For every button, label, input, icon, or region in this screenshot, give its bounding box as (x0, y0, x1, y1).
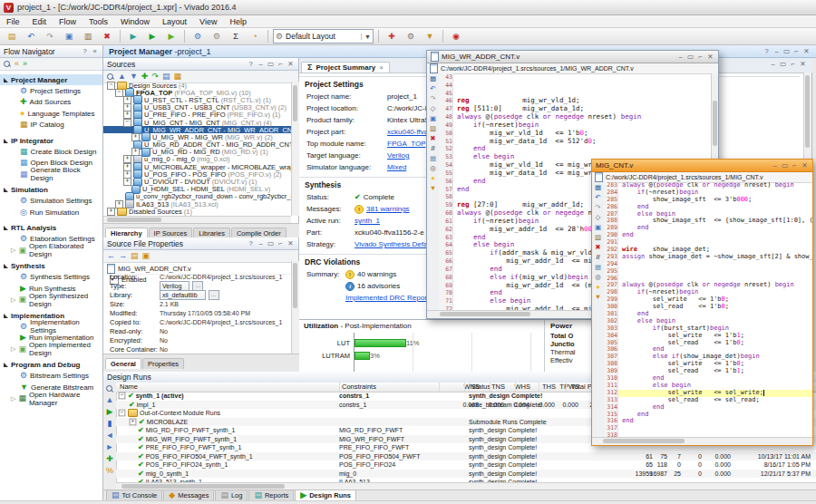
menu-file[interactable]: File (0, 15, 26, 28)
menu-view[interactable]: View (193, 15, 223, 28)
paste-icon[interactable]: ▥ (430, 125, 436, 132)
collapse-panel-icon[interactable]: « (91, 46, 99, 56)
flag-icon[interactable]: ▼ (430, 185, 436, 192)
chevron-down-icon[interactable]: ▼ (361, 34, 371, 40)
property-combo-library[interactable]: xil_defaultlib (160, 290, 206, 300)
menu-edit[interactable]: Edit (26, 15, 53, 28)
maximize-icon[interactable]: ▭ (782, 46, 791, 56)
layout-selector[interactable]: ⚙Default Layout▼ (273, 29, 374, 44)
expander-icon[interactable]: ▷ (11, 395, 15, 402)
menu-layout[interactable]: Layout (156, 15, 193, 28)
design-run-row-pos-fifo-fifo504-fwft-synth-1[interactable]: ✔POS_FIFO_FIFO504_FWFT_synth_1POS_FIFO_F… (116, 452, 816, 461)
copy-icon[interactable]: ▣ (61, 29, 77, 44)
options-icon[interactable]: ▦ (173, 73, 181, 81)
redo-icon[interactable]: ↷ (430, 95, 435, 102)
editor2-horizontal-scrollbar[interactable] (592, 437, 812, 445)
save-icon[interactable]: ▦ (595, 184, 601, 191)
redo-icon[interactable]: ↷ (595, 204, 600, 211)
flag-icon[interactable]: ▼ (595, 294, 601, 301)
tab-design-runs[interactable]: ▶Design Runs (295, 489, 356, 500)
summary-value[interactable]: Implemented DRC Report (345, 294, 429, 302)
marker-icon[interactable]: ✚ (384, 29, 400, 44)
save-icon[interactable]: ▦ (430, 75, 436, 82)
float-icon[interactable]: ⌐ (277, 238, 285, 248)
flow-section-simulation[interactable]: Simulation (0, 185, 102, 196)
expander-icon[interactable]: + (130, 418, 137, 425)
close-icon[interactable]: ✕ (287, 238, 295, 248)
tab-properties[interactable]: Properties (142, 358, 184, 369)
tab-project-summary[interactable]: Σ Project Summary × (301, 62, 390, 73)
undo-icon[interactable]: ↶ (595, 194, 600, 201)
flow-item-run-simulation[interactable]: ◎Run Simulation (0, 207, 102, 218)
delete-icon[interactable]: ✖ (595, 244, 600, 251)
flow-item-ip-catalog[interactable]: ▦IP Catalog (0, 120, 102, 131)
copy-props-icon[interactable]: ▣ (142, 252, 151, 260)
tab-general[interactable]: General (105, 358, 141, 369)
help-icon[interactable]: ? (247, 59, 255, 69)
browse-button[interactable]: … (209, 290, 219, 300)
expander-icon[interactable]: − (123, 119, 131, 127)
maximize-icon[interactable]: ▭ (686, 52, 695, 62)
maximize-icon[interactable]: ▭ (779, 59, 787, 69)
maximize-icon[interactable]: ▭ (267, 238, 275, 248)
close-tab-icon[interactable]: × (379, 63, 384, 72)
layout-gear-icon[interactable]: ⚙ (403, 29, 419, 44)
expander-icon[interactable]: − (119, 393, 126, 400)
summary-value[interactable]: Mixed (387, 163, 406, 171)
expand-selected-icon[interactable]: » (23, 60, 27, 68)
wrench-icon[interactable]: ⚙ (209, 29, 225, 44)
flow-item-project-settings[interactable]: ⚙Project Settings (0, 85, 102, 97)
search-icon[interactable] (107, 73, 114, 81)
undo-icon[interactable]: ↶ (23, 29, 39, 44)
delete-icon[interactable]: ✖ (430, 135, 435, 142)
sfp-vertical-scrollbar[interactable] (291, 261, 299, 354)
tab-log[interactable]: ▤Log (215, 489, 248, 500)
expand-tree-icon[interactable]: ▼ (130, 73, 138, 81)
add-source-icon[interactable]: ✚ (141, 73, 149, 81)
expander-icon[interactable]: − (107, 82, 115, 90)
flow-item-language-templates[interactable]: ●Language Templates (0, 108, 102, 120)
close-icon[interactable]: ✕ (801, 160, 809, 170)
minimize-icon[interactable]: ‒ (771, 160, 779, 170)
float-icon[interactable]: ⌐ (277, 59, 285, 69)
flow-item-simulation-settings[interactable]: ⚙Simulation Settings (0, 196, 102, 208)
float-icon[interactable]: ⌐ (696, 52, 704, 62)
tab-tcl-console[interactable]: ▤Tcl Console (106, 489, 162, 500)
help-icon[interactable]: ? (81, 46, 89, 56)
flow-item-open-synthesized-design[interactable]: ▷▣Open Synthesized Design (0, 295, 102, 306)
edit-props-icon[interactable]: ▤ (131, 252, 139, 260)
flow-section-program-and-debug[interactable]: Program and Debug (0, 360, 102, 371)
minimize-icon[interactable]: ‒ (676, 52, 685, 62)
summary-value[interactable]: FPGA_TOP (387, 140, 426, 148)
flow-section-rtl-analysis[interactable]: RTL Analysis (0, 223, 102, 234)
minimize-icon[interactable]: ‒ (772, 46, 781, 56)
expander-icon[interactable]: ▷ (11, 247, 16, 254)
find-icon[interactable]: ◎ (430, 165, 436, 172)
flow-section-synthesis[interactable]: Synthesis (0, 261, 102, 272)
bulb-icon[interactable]: ● (431, 175, 435, 182)
flow-item-add-sources[interactable]: ✚Add Sources (0, 97, 102, 109)
flow-item-create-block-design[interactable]: ▦Create Block Design (0, 146, 102, 158)
comment-icon[interactable]: // (596, 254, 599, 261)
editor2-title-bar[interactable]: MIG_CNT.v ‒ ▭ ⌐ ✕ (592, 160, 812, 172)
flow-item-open-hardware-manager[interactable]: ▷▦Open Hardware Manager (0, 393, 102, 405)
undo-icon[interactable]: ↶ (430, 85, 435, 92)
editor1-title-bar[interactable]: MIG_WR_ADDR_CNT.v ‒ ▭ ⌐ ✕ (427, 51, 718, 63)
menu-tools[interactable]: Tools (83, 15, 114, 28)
run-block-icon[interactable]: ▶ (163, 29, 180, 44)
flow-section-ip-integrator[interactable]: IP Integrator (0, 135, 102, 146)
redo-icon[interactable]: ↷ (42, 29, 58, 44)
expander-icon[interactable]: + (107, 208, 115, 216)
bulb-icon[interactable]: ● (596, 284, 600, 291)
doc-icon[interactable]: ▤ (162, 73, 170, 81)
percent-icon[interactable]: % (106, 467, 113, 475)
flow-item-implementation-settings[interactable]: ⚙Implementation Settings (0, 321, 102, 333)
design-run-row-pos-fifo-fifo24-synth-1[interactable]: ✔POS_FIFO_FIFO24_synth_1POS_FIFO_FIFO24s… (116, 460, 816, 470)
close-icon[interactable]: ✕ (799, 59, 807, 69)
collapse-runs-icon[interactable]: ▲ (106, 396, 114, 404)
column-header-name[interactable]: Name (118, 383, 228, 392)
paste-icon[interactable]: ▥ (80, 29, 96, 44)
back-icon[interactable]: ← (107, 252, 115, 260)
find-icon[interactable]: ◎ (595, 274, 601, 281)
search-icon[interactable] (4, 61, 11, 68)
